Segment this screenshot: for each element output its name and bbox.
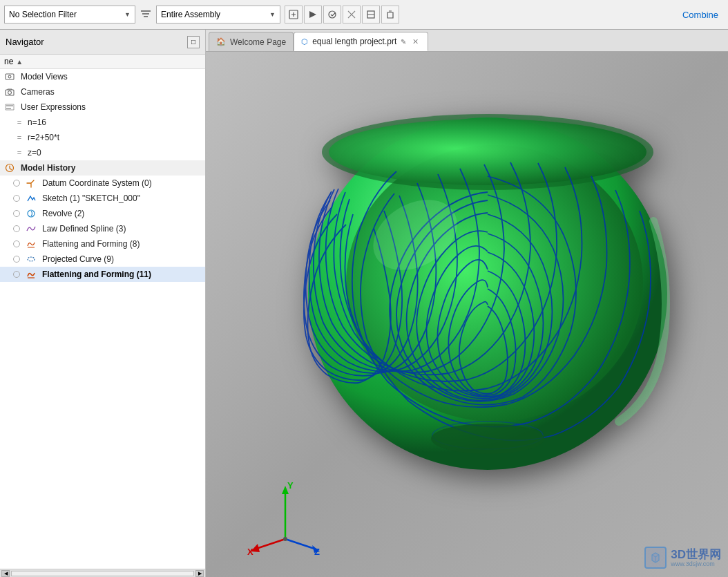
svg-point-10 — [14, 211, 20, 217]
svg-point-14 — [14, 256, 20, 263]
svg-point-21 — [329, 119, 646, 185]
expr-r-label: r=2+50*t — [28, 133, 59, 142]
toolbar-icon-5 — [366, 10, 376, 19]
nav-item-model-views[interactable]: Model Views — [0, 69, 205, 84]
nav-item-flatten2[interactable]: Flattening and Forming (11) — [0, 267, 205, 282]
svg-rect-3 — [6, 74, 14, 79]
nav-item-law-spline[interactable]: Law Defined Spline (3) — [0, 221, 205, 236]
proj-vis-icon — [11, 254, 22, 265]
nav-item-expr-n[interactable]: = n=16 — [0, 115, 205, 130]
user-expressions-icon — [4, 102, 15, 113]
viewport-3d[interactable]: Y X Z — [206, 52, 728, 577]
nav-sort-bar: ne ▲ — [0, 55, 205, 69]
nav-sort-arrow[interactable]: ▲ — [16, 58, 23, 66]
nav-scroll-right[interactable]: ▶ — [195, 570, 204, 577]
expr-n-label: n=16 — [28, 117, 46, 127]
cameras-label: Cameras — [21, 87, 55, 97]
toolbar-btn-1[interactable] — [285, 6, 303, 23]
nav-scroll-left[interactable]: ◀ — [1, 570, 10, 577]
flatten2-label: Flattening and Forming (11) — [42, 269, 151, 279]
tab-bar: 🏠 Welcome Page ⬡ equal length project.pr… — [206, 30, 728, 52]
sketch-vis-icon — [11, 193, 22, 204]
svg-point-1 — [329, 11, 336, 18]
svg-point-23 — [431, 424, 544, 454]
tab-welcome-icon: 🏠 — [216, 37, 226, 46]
expr-z-icon: = — [14, 147, 25, 158]
law-spline-label: Law Defined Spline (3) — [42, 224, 126, 234]
assembly-label: Entire Assembly — [161, 10, 220, 19]
svg-point-15 — [28, 257, 35, 261]
assembly-dropdown[interactable]: Entire Assembly ▼ — [156, 6, 280, 23]
selection-filter-dropdown[interactable]: No Selection Filter ▼ — [4, 6, 135, 23]
toolbar-btn-6[interactable] — [381, 6, 399, 23]
nav-item-cameras[interactable]: Cameras — [0, 84, 205, 100]
navigator-panel: Navigator □ ne ▲ Model Views — [0, 30, 206, 577]
toolbar-btn-3[interactable] — [323, 6, 341, 23]
main-toolbar: No Selection Filter ▼ Entire Assembly ▼ — [0, 0, 728, 30]
svg-point-13 — [14, 241, 20, 247]
svg-point-16 — [14, 272, 20, 278]
nav-scroll-track[interactable] — [11, 571, 194, 576]
svg-line-31 — [285, 539, 316, 549]
datum-coord-icon — [26, 178, 37, 189]
nav-item-expr-r[interactable]: = r=2+50*t — [0, 130, 205, 145]
svg-point-8 — [14, 180, 20, 187]
tab-model-modified-icon: ✎ — [401, 38, 406, 46]
navigator-expand-btn[interactable]: □ — [187, 36, 200, 48]
model-history-label: Model History — [21, 163, 75, 173]
combine-button[interactable]: Combine — [677, 7, 724, 23]
viewport-area: 🏠 Welcome Page ⬡ equal length project.pr… — [206, 30, 728, 577]
nav-item-expr-z[interactable]: = z=0 — [0, 145, 205, 160]
watermark-cube-icon — [644, 547, 667, 569]
tab-model-icon: ⬡ — [301, 37, 308, 46]
flatten2-icon — [26, 269, 37, 280]
datum-vis-icon — [11, 178, 22, 189]
watermark-url: www.3dsjw.com — [671, 560, 721, 567]
tab-welcome[interactable]: 🏠 Welcome Page — [209, 32, 294, 51]
tab-welcome-label: Welcome Page — [230, 37, 286, 47]
filter-icon-btn[interactable] — [138, 7, 153, 22]
spline-vis-icon — [11, 223, 22, 234]
nav-item-sketch[interactable]: Sketch (1) "SKETCH_000" — [0, 191, 205, 206]
toolbar-btn-2[interactable] — [304, 6, 322, 23]
nav-item-revolve[interactable]: Revolve (2) — [0, 206, 205, 221]
toolbar-icon-2 — [308, 10, 318, 19]
nav-item-proj-curve[interactable]: Projected Curve (9) — [0, 252, 205, 267]
model-history-icon — [4, 162, 15, 173]
navigator-title: Navigator — [6, 37, 44, 47]
expr-z-label: z=0 — [28, 148, 41, 158]
flatten1-vis-icon — [11, 238, 22, 249]
svg-text:Y: Y — [287, 480, 294, 491]
nav-tree: Model Views Cameras User Expressio — [0, 69, 205, 569]
toolbar-icons-group — [285, 6, 399, 23]
svg-point-6 — [8, 91, 12, 95]
svg-point-34 — [283, 537, 287, 541]
nav-item-user-expressions[interactable]: User Expressions — [0, 100, 205, 115]
tab-model-close[interactable]: ✕ — [410, 37, 421, 47]
revolve-vis-icon — [11, 208, 22, 219]
nav-scrollbar: ◀ ▶ — [0, 569, 205, 577]
nav-item-flatten1[interactable]: Flattening and Forming (8) — [0, 236, 205, 252]
toolbar-btn-5[interactable] — [362, 6, 380, 23]
tab-model[interactable]: ⬡ equal length project.prt ✎ ✕ — [294, 32, 428, 51]
nav-sort-label: ne — [4, 57, 13, 66]
nav-item-model-history[interactable]: Model History — [0, 160, 205, 176]
nav-item-datum[interactable]: Datum Coordinate System (0) — [0, 176, 205, 191]
model-3d-svg — [267, 83, 709, 525]
svg-text:Z: Z — [314, 547, 320, 556]
revolve-label: Revolve (2) — [42, 209, 84, 218]
user-expressions-label: User Expressions — [21, 102, 86, 112]
cameras-icon — [4, 86, 15, 97]
model-container — [261, 86, 714, 522]
watermark-text: 3D世界网 — [671, 549, 721, 560]
flatten1-label: Flattening and Forming (8) — [42, 239, 140, 249]
datum-label: Datum Coordinate System (0) — [42, 178, 152, 188]
main-area: Navigator □ ne ▲ Model Views — [0, 30, 728, 577]
selection-filter-arrow: ▼ — [124, 11, 131, 18]
navigator-header: Navigator □ — [0, 30, 205, 55]
toolbar-icon-1 — [289, 10, 298, 19]
model-views-label: Model Views — [21, 72, 68, 82]
sketch-icon — [26, 193, 37, 204]
toolbar-btn-4[interactable] — [343, 6, 361, 23]
assembly-arrow: ▼ — [269, 11, 276, 18]
